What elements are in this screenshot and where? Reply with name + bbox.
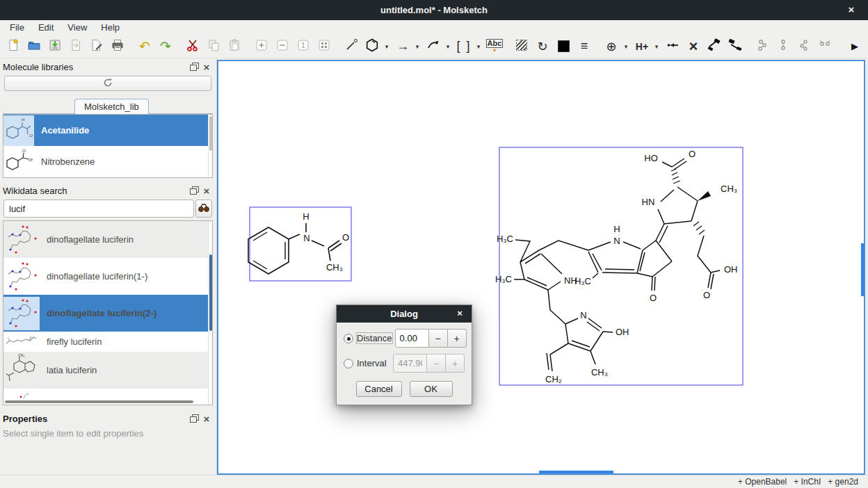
redo-button[interactable]: ↷ xyxy=(156,38,175,56)
new-file-icon xyxy=(6,38,20,54)
interval-value-field[interactable] xyxy=(393,354,427,373)
library-scroll-thumb[interactable] xyxy=(209,116,212,151)
wikidata-hscroll-thumb[interactable] xyxy=(5,400,193,403)
arrow-tool[interactable]: → xyxy=(394,38,412,56)
menu-view[interactable]: View xyxy=(61,21,94,34)
wikidata-item-3[interactable]: firefly luciferin xyxy=(3,332,212,352)
window-close-button[interactable]: × xyxy=(844,3,858,17)
print-icon xyxy=(111,38,124,54)
svg-text:O: O xyxy=(650,293,657,303)
canvas-vscroll-thumb[interactable] xyxy=(861,243,864,296)
distance-value-field[interactable] xyxy=(395,329,429,348)
minimize-energy-tool[interactable] xyxy=(705,38,723,56)
charge-tool-dropdown[interactable]: ▾ xyxy=(622,38,630,56)
result-thumbnail xyxy=(3,390,40,400)
wikidata-close-button[interactable]: × xyxy=(200,185,213,196)
text-tool[interactable]: Abc▾ xyxy=(485,38,504,56)
ring-tool-dropdown[interactable]: ▾ xyxy=(383,38,391,56)
wikidata-item-2[interactable]: dinoflagellate luciferin(2-) xyxy=(3,295,212,332)
new-file-button[interactable] xyxy=(4,38,22,56)
wikidata-item-0[interactable]: dinoflagellate luciferin xyxy=(3,221,212,258)
wikidata-search-button[interactable] xyxy=(195,200,212,218)
bracket-tool[interactable]: [ ] xyxy=(455,38,473,56)
result-thumbnail xyxy=(3,334,40,350)
status-inchi[interactable]: + InChI xyxy=(794,477,821,487)
interval-decrement-button[interactable]: − xyxy=(427,354,446,373)
mechanism-arrow-dropdown[interactable]: ▾ xyxy=(444,38,452,56)
save-file-button[interactable] xyxy=(46,38,64,56)
library-item-acetanilide[interactable]: HCH₃ Acetanilide xyxy=(3,115,212,146)
ok-button[interactable]: OK xyxy=(410,381,453,397)
openbabel-tool-4[interactable] xyxy=(816,38,834,56)
arrow-tool-dropdown[interactable]: ▾ xyxy=(413,38,421,56)
wikidata-hscrollbar[interactable] xyxy=(5,400,205,403)
draw-bond-tool[interactable] xyxy=(342,38,360,56)
implicit-hydrogen-tool[interactable] xyxy=(664,38,682,56)
canvas-hscroll-thumb[interactable] xyxy=(539,471,613,473)
acetanilide-thumbnail: HCH₃ xyxy=(3,115,34,146)
export-button[interactable] xyxy=(88,38,106,56)
openbabel-tool-3[interactable] xyxy=(795,38,813,56)
zoom-fit-button[interactable] xyxy=(315,38,333,56)
wikidata-float-icon[interactable] xyxy=(188,185,200,196)
wikidata-item-partial[interactable] xyxy=(3,389,212,401)
zoom-original-button[interactable]: 1 xyxy=(294,38,312,56)
interval-radio[interactable] xyxy=(344,359,353,368)
open-file-button[interactable] xyxy=(25,38,43,56)
interval-label[interactable]: Interval xyxy=(357,358,390,368)
wikidata-scroll-thumb[interactable] xyxy=(209,254,212,331)
properties-close-button[interactable]: × xyxy=(200,413,213,424)
mechanism-arrow-tool[interactable] xyxy=(424,38,442,56)
wikidata-search-input[interactable] xyxy=(3,200,194,218)
color-swatch-button[interactable] xyxy=(554,38,572,56)
library-item-nitrobenzene[interactable]: OOH Nitrobenzene xyxy=(3,146,212,177)
status-openbabel[interactable]: + OpenBabel xyxy=(738,477,787,487)
paste-button[interactable] xyxy=(225,38,243,56)
cut-button[interactable] xyxy=(184,38,202,56)
interval-increment-button[interactable]: + xyxy=(446,354,465,373)
openbabel-tool-2[interactable] xyxy=(774,38,792,56)
undo-button[interactable]: ↶ xyxy=(136,38,154,56)
molecule-luciferin[interactable]: HO O CH₃ HN OH O H N H₃C O H₃C H₃C NH N … xyxy=(495,147,743,385)
zoom-in-button[interactable] xyxy=(252,38,271,56)
zoom-out-button[interactable] xyxy=(273,38,291,56)
libraries-close-button[interactable]: × xyxy=(200,61,213,72)
distance-increment-button[interactable]: + xyxy=(448,329,467,348)
menu-file[interactable]: File xyxy=(3,21,31,34)
libraries-float-icon[interactable] xyxy=(188,61,200,72)
ring-tool[interactable] xyxy=(363,38,381,56)
library-list-scrollbar[interactable] xyxy=(208,115,212,177)
bracket-tool-dropdown[interactable]: ▾ xyxy=(474,38,483,56)
wikidata-item-4[interactable]: CH₃ latia luciferin xyxy=(3,352,212,389)
save-as-button[interactable] xyxy=(67,38,85,56)
distance-label[interactable]: Distance xyxy=(357,333,392,343)
rotate-tool[interactable]: ↻ xyxy=(533,38,552,56)
delete-tool[interactable]: × xyxy=(684,38,702,56)
copy-button[interactable] xyxy=(204,38,223,56)
menu-help[interactable]: Help xyxy=(94,21,127,34)
distance-radio[interactable] xyxy=(344,334,353,343)
status-gen2d[interactable]: + gen2d xyxy=(828,477,858,487)
hydrogen-tool[interactable]: H+ xyxy=(633,38,651,56)
distance-decrement-button[interactable]: − xyxy=(429,329,448,348)
wikidata-list-scrollbar[interactable] xyxy=(208,221,212,405)
toolbar-overflow-button[interactable]: ▶ xyxy=(846,38,864,56)
openbabel-tool-1[interactable] xyxy=(753,38,771,56)
hatch-fill-tool[interactable] xyxy=(513,38,531,56)
hydrogen-tool-dropdown[interactable]: ▾ xyxy=(652,38,661,56)
drawing-canvas[interactable]: H N O CH₃ xyxy=(217,60,865,475)
library-refresh-button[interactable] xyxy=(4,76,211,91)
dialog-titlebar[interactable]: Dialog × xyxy=(337,305,472,323)
menu-edit[interactable]: Edit xyxy=(31,21,61,34)
wikidata-item-1[interactable]: dinoflagellate luciferin(1-) xyxy=(3,258,212,295)
properties-float-icon[interactable] xyxy=(188,413,200,424)
cancel-button[interactable]: Cancel xyxy=(356,381,402,397)
line-width-button[interactable]: ≡ xyxy=(575,38,593,56)
tab-molsketch-lib[interactable]: Molsketch_lib xyxy=(74,99,149,114)
charge-tool[interactable]: ⊕ xyxy=(602,38,620,56)
molecule-acetanilide[interactable]: H N O CH₃ xyxy=(248,207,351,281)
svg-text:N: N xyxy=(580,310,586,320)
dialog-close-button[interactable]: × xyxy=(453,307,466,320)
optimize-geometry-tool[interactable] xyxy=(726,38,744,56)
print-button[interactable] xyxy=(108,38,127,56)
